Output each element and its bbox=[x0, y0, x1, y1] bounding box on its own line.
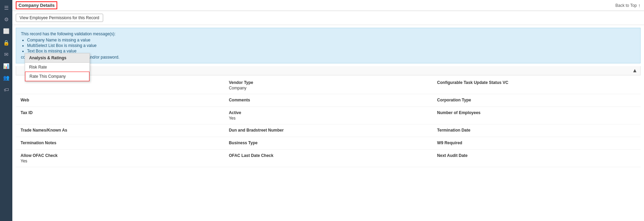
chart-icon[interactable]: 📊 bbox=[1, 61, 11, 71]
field-cell-num-employees: Number of Employees bbox=[432, 107, 641, 124]
field-cell-active: Active Yes bbox=[224, 107, 433, 124]
settings-icon[interactable]: ⚙ bbox=[1, 14, 11, 25]
vendor-type-value: Company bbox=[229, 86, 428, 90]
w9-label: W9 Required bbox=[437, 140, 636, 145]
validation-list: Company Name is missing a value MultiSel… bbox=[27, 38, 635, 53]
rate-this-company-item[interactable]: Rate This Company bbox=[25, 72, 89, 81]
dun-label: Dun and Bradstreet Number bbox=[229, 128, 428, 133]
sidebar: ☰ ⚙ ⬜ 🔒 ✉ 📊 👥 🏷 bbox=[0, 0, 12, 221]
section-bar: ▲ bbox=[16, 66, 641, 75]
content-area: ▲ Vendor Type Company Configurable Task … bbox=[12, 66, 644, 221]
back-to-top-button[interactable]: Back to Top bbox=[616, 3, 641, 8]
field-cell-dun: Dun and Bradstreet Number bbox=[224, 124, 433, 137]
header: Company Details Back to Top bbox=[12, 0, 644, 11]
field-cell-config-task: Configurable Task Update Status VC bbox=[432, 77, 641, 94]
config-task-label: Configurable Task Update Status VC bbox=[437, 80, 636, 85]
field-cell-comments: Comments bbox=[224, 94, 433, 107]
ofac-date-label: OFAC Last Date Check bbox=[229, 153, 428, 158]
business-type-label: Business Type bbox=[229, 140, 428, 145]
validation-note: contact(s) missing email, username, and/… bbox=[21, 55, 635, 60]
field-cell-w9: W9 Required bbox=[432, 137, 641, 150]
validation-item: Text Box is missing a value bbox=[27, 49, 635, 53]
ofac-check-value: Yes bbox=[21, 159, 219, 163]
menu-icon[interactable]: ☰ bbox=[1, 3, 11, 13]
num-employees-label: Number of Employees bbox=[437, 110, 636, 115]
field-cell-term-notes: Termination Notes bbox=[16, 137, 224, 150]
tag-icon[interactable]: 🏷 bbox=[1, 84, 11, 95]
web-label: Web bbox=[21, 98, 219, 102]
field-cell-corp-type: Corporation Type bbox=[432, 94, 641, 107]
field-cell-vendor-type: Vendor Type Company bbox=[224, 77, 433, 94]
audit-date-label: Next Audit Date bbox=[437, 153, 636, 158]
active-label: Active bbox=[229, 110, 428, 115]
ofac-check-label: Allow OFAC Check bbox=[21, 153, 219, 158]
field-cell-web: Web bbox=[16, 94, 224, 107]
field-cell-tax-id: Tax ID bbox=[16, 107, 224, 124]
trade-names-label: Trade Names/Known As bbox=[21, 128, 219, 133]
validation-item: MultiSelect List Box is missing a value bbox=[27, 43, 635, 48]
validation-item: Company Name is missing a value bbox=[27, 38, 635, 42]
validation-box: This record has the following validation… bbox=[16, 28, 641, 63]
vendor-type-label: Vendor Type bbox=[229, 80, 428, 85]
permissions-button[interactable]: View Employee Permissions for this Recor… bbox=[16, 14, 103, 22]
field-cell-termination-date: Termination Date bbox=[432, 124, 641, 137]
field-cell-ofac-date: OFAC Last Date Check bbox=[224, 150, 433, 167]
people-icon[interactable]: 👥 bbox=[1, 73, 11, 83]
field-cell-business-type: Business Type bbox=[224, 137, 433, 150]
toolbar: View Employee Permissions for this Recor… bbox=[12, 11, 644, 25]
corp-type-label: Corporation Type bbox=[437, 98, 636, 102]
field-cell-ofac-check: Allow OFAC Check Yes bbox=[16, 150, 224, 167]
dropdown-section-header: Analysis & Ratings bbox=[25, 53, 89, 63]
main-content: Company Details Back to Top View Employe… bbox=[12, 0, 644, 221]
fields-grid: Vendor Type Company Configurable Task Up… bbox=[16, 77, 641, 167]
validation-header: This record has the following validation… bbox=[21, 32, 635, 36]
active-value: Yes bbox=[229, 116, 428, 121]
term-notes-label: Termination Notes bbox=[21, 140, 219, 145]
field-cell-audit-date: Next Audit Date bbox=[432, 150, 641, 167]
lock-icon[interactable]: 🔒 bbox=[1, 38, 11, 48]
analysis-ratings-menu: Analysis & Ratings Risk Rate Rate This C… bbox=[25, 53, 90, 82]
field-cell-trade-names: Trade Names/Known As bbox=[16, 124, 224, 137]
document-icon[interactable]: ⬜ bbox=[1, 26, 11, 36]
collapse-arrow[interactable]: ▲ bbox=[632, 67, 637, 74]
termination-date-label: Termination Date bbox=[437, 128, 636, 133]
risk-rate-item[interactable]: Risk Rate bbox=[25, 63, 89, 72]
tax-id-label: Tax ID bbox=[21, 110, 219, 115]
page-title: Company Details bbox=[16, 1, 57, 9]
mail-icon[interactable]: ✉ bbox=[1, 49, 11, 60]
comments-label: Comments bbox=[229, 98, 428, 102]
dropdown-overlay: Analysis & Ratings Risk Rate Rate This C… bbox=[25, 53, 90, 82]
